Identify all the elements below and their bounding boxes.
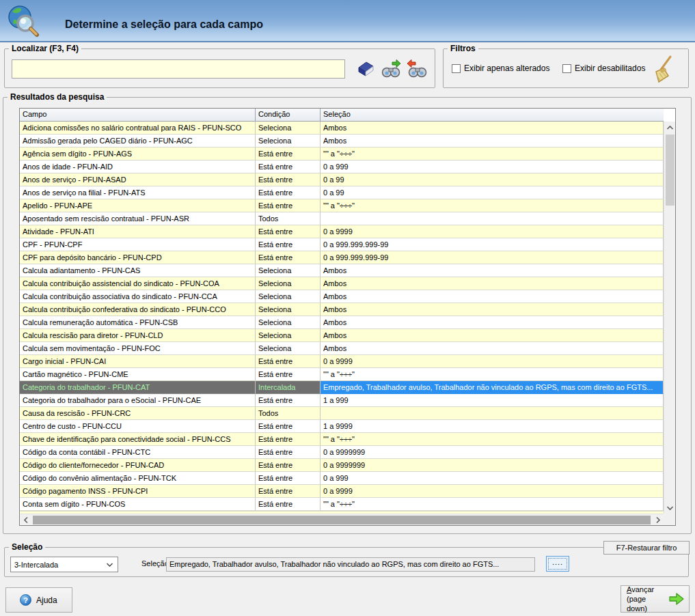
cell-campo[interactable]: Calcula sem movimentação - PFUN-FOC xyxy=(20,342,256,355)
cell-campo[interactable]: Calcula contribuição confederativa do si… xyxy=(20,303,256,316)
table-row[interactable]: Calcula contribuição associativa do sind… xyxy=(20,290,664,303)
find-next-icon[interactable] xyxy=(380,59,402,79)
scroll-left-icon[interactable] xyxy=(20,514,31,526)
table-row[interactable]: Atividade - PFUN-ATI Está entre 0 a 9999 xyxy=(20,225,664,238)
cell-condicao[interactable]: Está entre xyxy=(256,225,321,238)
cell-campo[interactable]: Código pagamento INSS - PFUN-CPI xyxy=(20,485,256,498)
cell-condicao[interactable]: Seleciona xyxy=(256,264,321,277)
cell-selecao[interactable]: Ambos xyxy=(321,303,664,316)
search-input[interactable] xyxy=(12,59,345,79)
table-row[interactable]: Admissão gerada pelo CAGED diário - PFUN… xyxy=(20,135,664,148)
table-row[interactable]: Código do cliente/fornecedor - PFUN-CAD … xyxy=(20,459,664,472)
table-row[interactable]: Categoria do trabalhador para o eSocial … xyxy=(20,394,664,407)
table-row[interactable]: Aposentado sem rescisão contratual - PFU… xyxy=(20,212,664,225)
table-row[interactable]: Anos de idade - PFUN-AID Está entre 0 a … xyxy=(20,160,664,173)
ellipsis-button[interactable]: .... xyxy=(546,556,569,572)
cell-campo[interactable]: Código do convênio alimentação - PFUN-TC… xyxy=(20,472,256,485)
scroll-up-icon[interactable] xyxy=(664,122,676,133)
table-row[interactable]: Calcula contribuição confederativa do si… xyxy=(20,303,664,316)
cell-campo[interactable]: CPF - PFUN-CPF xyxy=(20,238,256,251)
cell-selecao[interactable]: 0 a 999.999.999-99 xyxy=(321,238,664,251)
cell-selecao[interactable]: Ambos xyxy=(321,316,664,329)
table-row[interactable]: Cartão magnético - PFUN-CME Está entre "… xyxy=(20,368,664,381)
selecao-field-value[interactable]: Empregado, Trabalhador avulso, Trabalhad… xyxy=(166,557,535,572)
table-row[interactable]: CPF para depósito bancário - PFUN-CPD Es… xyxy=(20,251,664,264)
cell-condicao[interactable]: Intercalada xyxy=(256,381,321,394)
cell-condicao[interactable]: Está entre xyxy=(256,173,321,186)
cell-campo[interactable]: Centro de custo - PFUN-CCU xyxy=(20,420,256,433)
next-button[interactable]: Avançar (page down) xyxy=(621,585,690,613)
cell-selecao[interactable]: 0 a 9999999 xyxy=(321,459,664,472)
cell-selecao[interactable]: 0 a 999 xyxy=(321,472,664,485)
cell-selecao[interactable]: 1 a 9999 xyxy=(321,420,664,433)
cell-selecao[interactable]: Ambos xyxy=(321,122,664,135)
broom-icon[interactable] xyxy=(650,55,674,85)
checkbox-box[interactable] xyxy=(452,64,461,73)
table-row[interactable]: Conta sem dígito - PFUN-COS Está entre "… xyxy=(20,498,664,511)
cell-campo[interactable]: Apelido - PFUN-APE xyxy=(20,199,256,212)
cell-campo[interactable]: Aposentado sem rescisão contratual - PFU… xyxy=(20,212,256,225)
cell-campo[interactable]: Adiciona comissões no salário contratual… xyxy=(20,122,256,135)
vertical-scrollbar[interactable] xyxy=(664,122,675,514)
table-row[interactable]: Código pagamento INSS - PFUN-CPI Está en… xyxy=(20,485,664,498)
cell-selecao[interactable]: "" a "÷÷÷" xyxy=(321,498,664,511)
cell-condicao[interactable]: Está entre xyxy=(256,251,321,264)
cell-campo[interactable]: Cartão magnético - PFUN-CME xyxy=(20,368,256,381)
cell-condicao[interactable]: Todos xyxy=(256,212,321,225)
cell-selecao[interactable]: Empregado, Trabalhador avulso, Trabalhad… xyxy=(321,381,664,394)
cell-campo[interactable]: Calcula contribuição associativa do sind… xyxy=(20,290,256,303)
cell-condicao[interactable]: Seleciona xyxy=(256,122,321,135)
cell-condicao[interactable]: Seleciona xyxy=(256,329,321,342)
cell-condicao[interactable]: Está entre xyxy=(256,446,321,459)
table-row[interactable]: Calcula contribuição assistencial do sin… xyxy=(20,277,664,290)
scroll-right-icon[interactable] xyxy=(652,514,664,526)
cell-campo[interactable]: Categoria do trabalhador para o eSocial … xyxy=(20,394,256,407)
cell-selecao[interactable]: Ambos xyxy=(321,342,664,355)
cell-selecao[interactable]: "" a "÷÷÷" xyxy=(321,368,664,381)
cell-selecao[interactable]: 1 a 999 xyxy=(321,394,664,407)
cell-selecao[interactable]: "" a "÷÷÷" xyxy=(321,148,664,160)
cell-campo[interactable]: Conta sem dígito - PFUN-COS xyxy=(20,498,256,511)
table-row[interactable]: Anos de serviço - PFUN-ASAD Está entre 0… xyxy=(20,173,664,186)
cell-condicao[interactable]: Está entre xyxy=(256,148,321,160)
table-row[interactable]: Calcula adiantamento - PFUN-CAS Selecion… xyxy=(20,264,664,277)
table-row[interactable]: Causa da rescisão - PFUN-CRC Todos xyxy=(20,407,664,420)
cell-selecao[interactable]: Ambos xyxy=(321,277,664,290)
cell-condicao[interactable]: Está entre xyxy=(256,160,321,173)
cell-campo[interactable]: Causa da rescisão - PFUN-CRC xyxy=(20,407,256,420)
table-row[interactable]: Apelido - PFUN-APE Está entre "" a "÷÷÷" xyxy=(20,199,664,212)
scroll-down-icon[interactable] xyxy=(664,502,676,514)
cell-selecao[interactable]: 0 a 999.999.999-99 xyxy=(321,251,664,264)
cell-selecao[interactable]: 0 a 9999 xyxy=(321,485,664,498)
cell-condicao[interactable]: Está entre xyxy=(256,238,321,251)
cell-selecao[interactable]: 0 a 9999 xyxy=(321,225,664,238)
table-row[interactable]: Agência sem dígito - PFUN-AGS Está entre… xyxy=(20,148,664,160)
cell-campo[interactable]: Atividade - PFUN-ATI xyxy=(20,225,256,238)
cell-condicao[interactable]: Está entre xyxy=(256,498,321,511)
cell-condicao[interactable]: Seleciona xyxy=(256,290,321,303)
cell-condicao[interactable]: Seleciona xyxy=(256,303,321,316)
eraser-icon[interactable] xyxy=(355,59,377,79)
checkbox-exibir-desabilitados[interactable]: Exibir desabilitados xyxy=(562,64,645,73)
checkbox-exibir-apenas-alterados[interactable]: Exibir apenas alterados xyxy=(452,64,549,73)
cell-condicao[interactable]: Seleciona xyxy=(256,316,321,329)
cell-campo[interactable]: Anos de serviço - PFUN-ASAD xyxy=(20,173,256,186)
cell-condicao[interactable]: Está entre xyxy=(256,368,321,381)
cell-campo[interactable]: Calcula contribuição assistencial do sin… xyxy=(20,277,256,290)
cell-campo[interactable]: Agência sem dígito - PFUN-AGS xyxy=(20,148,256,160)
cell-condicao[interactable]: Está entre xyxy=(256,199,321,212)
table-row[interactable]: Categoria do trabalhador - PFUN-CAT Inte… xyxy=(20,381,664,394)
cell-campo[interactable]: Chave de identificação para conectividad… xyxy=(20,433,256,446)
cell-campo[interactable]: Anos de serviço na filial - PFUN-ATS xyxy=(20,186,256,199)
cell-condicao[interactable]: Todos xyxy=(256,407,321,420)
cell-selecao[interactable]: "" a "÷÷÷" xyxy=(321,433,664,446)
restore-filter-button[interactable]: F7-Restaurar filtro xyxy=(603,541,690,555)
table-row[interactable]: Anos de serviço na filial - PFUN-ATS Est… xyxy=(20,186,664,199)
cell-selecao[interactable]: Ambos xyxy=(321,135,664,148)
vertical-scrollbar-thumb[interactable] xyxy=(666,135,674,206)
cell-selecao[interactable]: 0 a 99 xyxy=(321,173,664,186)
cell-campo[interactable]: Admissão gerada pelo CAGED diário - PFUN… xyxy=(20,135,256,148)
cell-condicao[interactable]: Seleciona xyxy=(256,277,321,290)
cell-selecao[interactable]: 0 a 9999 xyxy=(321,355,664,368)
horizontal-scrollbar[interactable] xyxy=(20,514,664,525)
